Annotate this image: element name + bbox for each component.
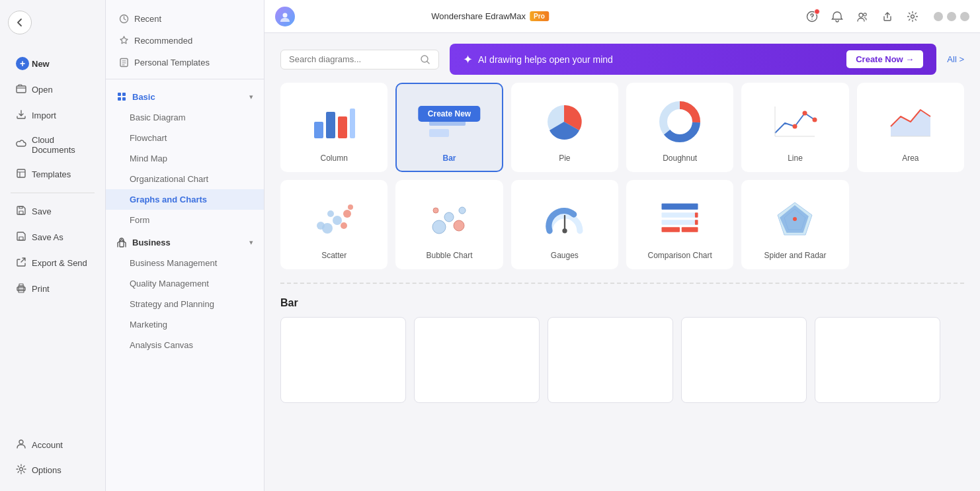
- left-sidebar-bottom: Account Options: [0, 427, 105, 491]
- sidebar-item-export[interactable]: Export & Send: [5, 251, 100, 275]
- chart-card-doughnut[interactable]: Doughnut: [626, 83, 733, 172]
- sec-nav-recommended[interactable]: Recommended: [106, 30, 264, 52]
- svg-point-55: [562, 228, 567, 233]
- sec-sub-business-mgmt[interactable]: Business Management: [106, 253, 264, 273]
- chart-card-spider[interactable]: Spider and Radar: [741, 180, 848, 269]
- svg-point-8: [19, 440, 23, 444]
- bar-section-title: Bar: [280, 297, 964, 309]
- svg-rect-15: [122, 97, 126, 101]
- svg-point-19: [811, 19, 813, 20]
- import-icon: [16, 109, 26, 122]
- sidebar-item-options[interactable]: Options: [5, 458, 100, 482]
- all-link[interactable]: All >: [947, 54, 964, 64]
- settings-button[interactable]: [903, 7, 922, 26]
- help-button[interactable]: [803, 7, 821, 26]
- recommended-label: Recommended: [134, 36, 192, 46]
- svg-rect-0: [17, 86, 26, 93]
- notification-button[interactable]: [828, 7, 846, 26]
- minimize-button[interactable]: —: [934, 12, 943, 21]
- chart-card-area[interactable]: Area: [857, 83, 964, 172]
- sidebar-item-print[interactable]: Print: [5, 277, 100, 301]
- sidebar-item-templates[interactable]: Templates: [5, 162, 100, 187]
- bubble-chart-img: [405, 192, 493, 246]
- avatar[interactable]: [275, 7, 295, 26]
- bar-template-3[interactable]: [548, 317, 673, 403]
- svg-point-35: [793, 124, 797, 129]
- chart-card-bubble[interactable]: Bubble Chart: [395, 180, 503, 269]
- sidebar-item-account[interactable]: Account: [5, 433, 100, 457]
- sidebar-item-saveas[interactable]: Save As: [5, 225, 100, 249]
- chart-card-line[interactable]: Line: [741, 83, 848, 172]
- svg-point-44: [333, 216, 342, 225]
- scatter-label: Scatter: [321, 251, 347, 260]
- svg-rect-59: [662, 227, 680, 232]
- business-subitems: Business Management Quality Management S…: [106, 253, 264, 355]
- column-label: Column: [320, 154, 347, 163]
- bar-template-5[interactable]: [815, 317, 940, 403]
- sidebar-item-open[interactable]: Open: [5, 77, 100, 102]
- sidebar-item-save[interactable]: Save: [5, 199, 100, 224]
- sec-sub-basic-diagram[interactable]: Basic Diagram: [106, 107, 264, 128]
- sec-sub-marketing[interactable]: Marketing: [106, 314, 264, 335]
- basic-section-header[interactable]: Basic ▾: [106, 85, 264, 107]
- chart-card-gauges[interactable]: Gauges: [511, 180, 618, 269]
- share-button[interactable]: [878, 7, 897, 26]
- svg-point-48: [348, 204, 353, 210]
- users-button[interactable]: [853, 7, 872, 26]
- options-label: Options: [32, 465, 61, 475]
- sec-sub-strategy[interactable]: Strategy and Planning: [106, 294, 264, 314]
- svg-rect-3: [19, 206, 22, 208]
- ai-banner-text: ✦ AI drawing helps open your mind: [463, 52, 613, 67]
- svg-rect-62: [695, 220, 698, 224]
- chart-card-pie[interactable]: Pie: [511, 83, 618, 172]
- chart-card-comparison[interactable]: Comparison Chart: [626, 180, 733, 269]
- create-now-button[interactable]: Create Now →: [846, 50, 923, 68]
- top-bar-left: [275, 7, 295, 26]
- svg-rect-58: [662, 220, 698, 224]
- svg-point-21: [864, 13, 866, 15]
- sec-sub-graphs-charts[interactable]: Graphs and Charts: [106, 189, 264, 210]
- pro-badge: Pro: [530, 11, 549, 21]
- business-section-header[interactable]: Business ▾: [106, 230, 264, 253]
- search-icon: [420, 54, 430, 65]
- chart-card-column[interactable]: Column: [280, 83, 388, 172]
- comparison-chart-img: [635, 192, 724, 246]
- svg-point-43: [322, 223, 333, 234]
- svg-point-23: [421, 56, 428, 62]
- sec-nav-recent[interactable]: Recent: [106, 8, 264, 30]
- sec-sub-mind-map[interactable]: Mind Map: [106, 148, 264, 169]
- search-input[interactable]: [289, 54, 415, 64]
- new-button[interactable]: + New: [5, 51, 100, 76]
- sec-sub-form[interactable]: Form: [106, 210, 264, 230]
- account-label: Account: [32, 440, 63, 450]
- personal-templates-icon: [119, 58, 129, 67]
- sidebar-item-cloud[interactable]: Cloud Documents: [5, 129, 100, 161]
- bar-template-1[interactable]: [280, 317, 406, 403]
- bar-template-4[interactable]: [681, 317, 807, 403]
- close-button[interactable]: ×: [960, 12, 969, 21]
- cloud-icon: [16, 139, 26, 152]
- sec-nav-personal[interactable]: Personal Templates: [106, 52, 264, 73]
- svg-rect-13: [122, 93, 126, 96]
- svg-point-50: [444, 212, 454, 222]
- sec-sub-flowchart[interactable]: Flowchart: [106, 128, 264, 148]
- ai-banner[interactable]: ✦ AI drawing helps open your mind Create…: [450, 44, 936, 75]
- pie-chart-img: [520, 95, 609, 148]
- spider-label: Spider and Radar: [764, 251, 826, 260]
- line-chart-img: [751, 95, 839, 148]
- sec-sub-org-chart[interactable]: Organizational Chart: [106, 169, 264, 189]
- back-button[interactable]: [8, 11, 32, 34]
- sidebar-item-import[interactable]: Import: [5, 103, 100, 128]
- new-label: New: [32, 59, 50, 69]
- svg-rect-2: [19, 211, 23, 214]
- svg-point-53: [433, 208, 438, 213]
- bar-template-2[interactable]: [414, 317, 540, 403]
- chart-card-bar[interactable]: Create New Bar: [395, 83, 503, 172]
- svg-point-66: [793, 217, 797, 221]
- chart-card-scatter[interactable]: Scatter: [280, 180, 388, 269]
- svg-point-51: [454, 220, 464, 231]
- line-label: Line: [788, 154, 803, 163]
- sec-sub-analysis[interactable]: Analysis Canvas: [106, 335, 264, 355]
- sec-sub-quality-mgmt[interactable]: Quality Management: [106, 273, 264, 294]
- maximize-button[interactable]: □: [947, 12, 956, 21]
